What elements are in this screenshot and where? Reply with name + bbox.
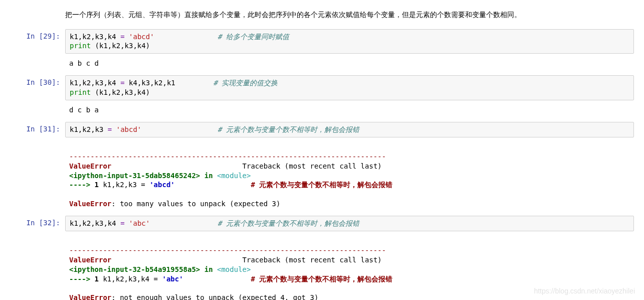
code-input[interactable]: k1,k2,k3 = 'abcd' # 元素个数与变量个数不相等时，解包会报错 — [65, 122, 634, 137]
code-line: print (k1,k2,k3,k4) — [70, 88, 629, 97]
exception-name: ValueError — [69, 293, 111, 300]
output-prompt-empty — [10, 139, 65, 142]
traceback-location: <ipython-input-32-b54a919558a5> — [69, 265, 200, 273]
traceback: ----------------------------------------… — [65, 139, 634, 214]
code-line: print (k1,k2,k3,k4) — [70, 41, 629, 51]
code-line: k1,k2,k3,k4 = 'abcd' # 给多个变量同时赋值 — [70, 32, 629, 42]
exception-name: ValueError — [69, 256, 111, 264]
code-input[interactable]: k1,k2,k3,k4 = 'abc' # 元素个数与变量个数不相等时，解包会报… — [65, 216, 634, 231]
traceback-divider: ----------------------------------------… — [69, 246, 386, 254]
intro-text: 把一个序列（列表、元组、字符串等）直接赋给多个变量，此时会把序列中的各个元素依次… — [65, 10, 634, 20]
code-input[interactable]: k1,k2,k3,k4 = k4,k3,k2,k1 # 实现变量的值交换 pri… — [65, 75, 634, 100]
notebook-cell: In [29]: k1,k2,k3,k4 = 'abcd' # 给多个变量同时赋… — [10, 29, 634, 54]
code-line: k1,k2,k3,k4 = k4,k3,k2,k1 # 实现变量的值交换 — [70, 78, 629, 88]
notebook-output: d c b a — [10, 102, 634, 120]
notebook-cell: In [30]: k1,k2,k3,k4 = k4,k3,k2,k1 # 实现变… — [10, 75, 634, 100]
code-line: k1,k2,k3,k4 = 'abc' # 元素个数与变量个数不相等时，解包会报… — [70, 219, 629, 228]
notebook-output: a b c d — [10, 56, 634, 73]
traceback-arrow-icon: ----> — [69, 275, 95, 283]
traceback: ----------------------------------------… — [65, 233, 634, 300]
notebook-output: ----------------------------------------… — [10, 139, 634, 214]
input-prompt: In [30]: — [10, 75, 65, 86]
input-prompt: In [29]: — [10, 29, 65, 40]
notebook-cell: In [31]: k1,k2,k3 = 'abcd' # 元素个数与变量个数不相… — [10, 122, 634, 137]
exception-name: ValueError — [69, 200, 111, 208]
stdout-text: a b c d — [65, 56, 634, 73]
stdout-text: d c b a — [65, 102, 634, 120]
output-prompt-empty — [10, 233, 65, 236]
notebook-output: ----------------------------------------… — [10, 233, 634, 300]
input-prompt: In [31]: — [10, 122, 65, 133]
input-prompt: In [32]: — [10, 216, 65, 227]
traceback-divider: ----------------------------------------… — [69, 153, 386, 161]
traceback-location: <ipython-input-31-5dab58465242> — [69, 172, 200, 180]
output-prompt-empty — [10, 56, 65, 59]
notebook-container: 把一个序列（列表、元组、字符串等）直接赋给多个变量，此时会把序列中的各个元素依次… — [0, 0, 644, 300]
traceback-arrow-icon: ----> — [69, 181, 95, 189]
notebook-cell: In [32]: k1,k2,k3,k4 = 'abc' # 元素个数与变量个数… — [10, 216, 634, 231]
exception-name: ValueError — [69, 162, 111, 170]
output-prompt-empty — [10, 102, 65, 105]
code-line: k1,k2,k3 = 'abcd' # 元素个数与变量个数不相等时，解包会报错 — [70, 125, 629, 134]
code-input[interactable]: k1,k2,k3,k4 = 'abcd' # 给多个变量同时赋值 print (… — [65, 29, 634, 54]
